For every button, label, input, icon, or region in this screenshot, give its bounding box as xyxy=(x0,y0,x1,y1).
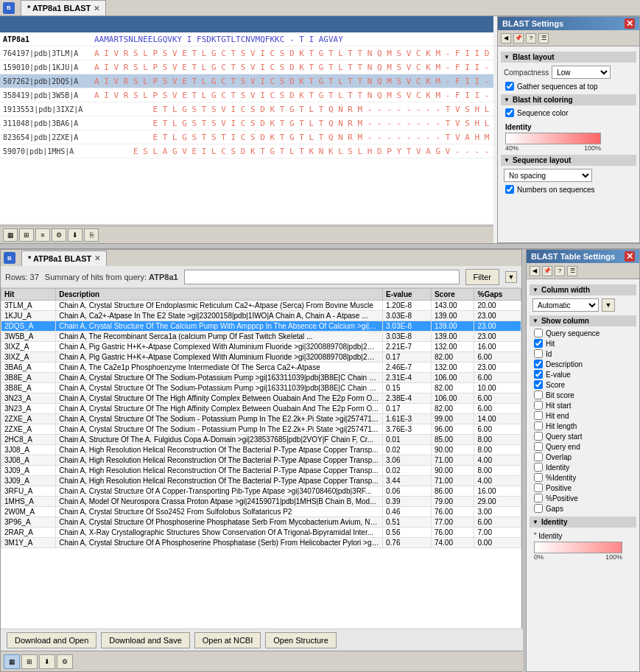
filter-button[interactable]: Filter xyxy=(465,269,499,285)
seq-row-2[interactable]: 159010|pdb|1KJU|A A I V R S L P S V E T … xyxy=(0,60,493,74)
seq-row-1[interactable]: 764197|pdb|3TLM|A A I V R S L P S V E T … xyxy=(0,46,493,60)
table-row[interactable]: 3B8E_A Chain A, Crystal Structure Of The… xyxy=(1,373,521,383)
settings-back-btn[interactable]: ◀ xyxy=(501,33,511,43)
col-checkbox-gaps[interactable] xyxy=(534,504,543,513)
download-open-button[interactable]: Download and Open xyxy=(7,632,96,648)
seq-row-5[interactable]: 1913553|pdb|3IXZ|A E T L G S T S V I C S… xyxy=(0,102,493,116)
col-checkbox-query-end[interactable] xyxy=(534,442,543,451)
blast-viewer-tab[interactable]: * ATP8a1 BLAST ✕ xyxy=(21,0,106,15)
seq-row-7[interactable]: 823654|pdb|2ZXE|A E T L G S T S T I C S … xyxy=(0,130,493,144)
table-row[interactable]: 3J09_A Chain A, High Resolution Helical … xyxy=(1,466,521,476)
sequence-color-checkbox[interactable] xyxy=(505,108,514,117)
table-row[interactable]: 3TLM_A Chain A, Crystal Structure Of End… xyxy=(1,301,521,311)
table-row[interactable]: 1MHS_A Chain A, Model Of Neurospora Cras… xyxy=(1,497,521,507)
col-checkbox-identity[interactable] xyxy=(534,463,543,472)
numbers-sequences-checkbox[interactable] xyxy=(505,185,514,194)
grid-icon-btn[interactable]: ⊞ xyxy=(21,654,38,669)
gather-sequences-checkbox[interactable] xyxy=(505,82,514,91)
seq-row-8[interactable]: 59070|pdb|1MHS|A E S L A G V E I L C S D… xyxy=(0,144,493,158)
table-view-icon-btn[interactable]: ▦ xyxy=(4,654,20,669)
sequence-layout-section[interactable]: ▼ Sequence layout xyxy=(501,155,636,166)
export-btn[interactable]: ⬇ xyxy=(68,228,82,242)
table-row[interactable]: 2DQS_A Chain A, Crystal Structure Of The… xyxy=(1,321,521,332)
table-row[interactable]: 3J08_A Chain A, High Resolution Helical … xyxy=(1,455,521,466)
table-scroll-area[interactable]: Hit Description E-value Score %Gaps 3TLM… xyxy=(1,288,521,627)
col-checkbox-positive[interactable] xyxy=(534,483,543,492)
col-hit[interactable]: Hit xyxy=(1,289,56,301)
download-save-button[interactable]: Download and Save xyxy=(101,632,189,648)
tab-close-icon[interactable]: ✕ xyxy=(94,4,99,13)
table-row[interactable]: 2RAR_A Chain A, X-Ray Crystallographic S… xyxy=(1,528,521,538)
ts-gradient-bar[interactable] xyxy=(534,542,622,553)
table-view-btn[interactable]: ▦ xyxy=(3,228,18,242)
export-icon-btn[interactable]: ⬇ xyxy=(39,654,55,669)
col-checkbox-hit-end[interactable] xyxy=(534,411,543,420)
col-checkbox-hit-start[interactable] xyxy=(534,401,543,410)
grid-btn[interactable]: ⊞ xyxy=(19,228,34,242)
settings-menu-btn[interactable]: ☰ xyxy=(538,33,549,43)
compactness-select[interactable]: Low Medium High xyxy=(552,66,611,79)
ts-menu-btn[interactable]: ☰ xyxy=(567,266,577,276)
table-collapse-btn[interactable]: ▼ xyxy=(505,271,517,283)
blast-hit-coloring-section[interactable]: ▼ Blast hit coloring xyxy=(501,94,636,105)
open-ncbi-button[interactable]: Open at NCBI xyxy=(194,632,261,648)
table-tab[interactable]: * ATP8a1 BLAST ✕ xyxy=(21,251,107,266)
table-row[interactable]: 3J09_A Chain A, High Resolution Helical … xyxy=(1,476,521,486)
table-row[interactable]: 3P96_A Chain A, Crystal Structure Of Pho… xyxy=(1,517,521,528)
col-checkbox-overlap[interactable] xyxy=(534,452,543,461)
col-width-select[interactable]: Automatic Fixed xyxy=(532,298,599,312)
table-row[interactable]: 3W5B_A Chain A, The Recombinant Serca1a … xyxy=(1,332,521,342)
table-row[interactable]: 2ZXE_A Chain A, Crystal Structure Of The… xyxy=(1,414,521,424)
col-checkbox-score[interactable] xyxy=(534,380,543,389)
col-checkbox-id[interactable] xyxy=(534,349,543,358)
sequence-row-query[interactable]: ATP8a1 AAMARTSNLNEELGQVKY I FSDKTGTLTCNV… xyxy=(0,32,493,46)
table-row[interactable]: 3M1Y_A Chain A, Crystal Structure Of A P… xyxy=(1,538,521,548)
table-row[interactable]: 3RFU_A Chain A, Crystal Structure Of A C… xyxy=(1,486,521,497)
seq-row-4[interactable]: 358419|pdb|3W5B|A A I V R S L P S V E T … xyxy=(0,88,493,102)
table-row[interactable]: 2W0M_A Chain A, Crystal Structure Of Sso… xyxy=(1,507,521,517)
col-checkbox-hit-length[interactable] xyxy=(534,421,543,430)
settings-btn[interactable]: ⚙ xyxy=(52,228,66,242)
col-description[interactable]: Description xyxy=(56,289,383,301)
align-btn[interactable]: ≡ xyxy=(35,228,50,242)
ts-back-btn[interactable]: ◀ xyxy=(530,266,540,276)
col-checkbox-hit[interactable] xyxy=(534,339,543,348)
table-tab-close[interactable]: ✕ xyxy=(94,254,100,262)
col-checkbox-bit-score[interactable] xyxy=(534,391,543,399)
table-row[interactable]: 2ZXE_A Chain A, Crystal Structure Of The… xyxy=(1,424,521,435)
table-row[interactable]: 3N23_A Chain A, Crystal Structure Of The… xyxy=(1,393,521,404)
col-checkbox-query-sequence[interactable] xyxy=(534,329,543,337)
splitter-bar[interactable] xyxy=(0,243,640,249)
table-row[interactable]: 3IXZ_A Chain A, Pig Gastric H+K+-Atpase … xyxy=(1,352,521,363)
show-column-section[interactable]: ▼ Show column xyxy=(530,315,636,326)
spacing-select[interactable]: No spacing Small Large xyxy=(504,169,592,182)
identity-gradient-bar[interactable] xyxy=(505,133,601,144)
settings-icon-btn[interactable]: ⚙ xyxy=(57,654,73,669)
blast-layout-section[interactable]: ▼ Blast layout xyxy=(501,52,636,63)
col-checkbox-description[interactable] xyxy=(534,360,543,368)
col-score[interactable]: Score xyxy=(431,289,474,301)
filter-input[interactable] xyxy=(184,270,460,284)
col-checkbox-query-start[interactable] xyxy=(534,432,543,441)
settings-help-btn[interactable]: ? xyxy=(526,33,536,43)
table-settings-close-btn[interactable]: ✕ xyxy=(625,251,635,262)
identity-section[interactable]: ▼ Identity xyxy=(530,517,636,528)
table-row[interactable]: 1KJU_A Chain A, Ca2+-Atpase In The E2 St… xyxy=(1,311,521,321)
col-width-btn[interactable]: ▼ xyxy=(602,298,615,312)
table-row[interactable]: 3J08_A Chain A, High Resolution Helical … xyxy=(1,445,521,455)
table-row[interactable]: 2HC8_A Chain A, Structure Of The A. Fulg… xyxy=(1,435,521,445)
column-width-section[interactable]: ▼ Column width xyxy=(530,284,636,295)
blast-settings-close-btn[interactable]: ✕ xyxy=(625,18,635,29)
copy-btn[interactable]: ⎘ xyxy=(84,228,99,242)
table-row[interactable]: 3IXZ_A Chain A, Pig Gastric H+K+-Atpase … xyxy=(1,342,521,352)
settings-pin-btn[interactable]: 📌 xyxy=(513,33,524,43)
table-row[interactable]: 3B8E_A Chain A, Crystal Structure Of The… xyxy=(1,383,521,393)
col-checkbox-%identity[interactable] xyxy=(534,473,543,482)
col-gaps[interactable]: %Gaps xyxy=(474,289,521,301)
seq-row-3-highlighted[interactable]: 507262|pdb|2DQS|A A I V R S L P S V E T … xyxy=(0,74,493,88)
col-evalue[interactable]: E-value xyxy=(382,289,431,301)
open-structure-button[interactable]: Open Structure xyxy=(265,632,337,648)
col-checkbox-%positive[interactable] xyxy=(534,494,543,503)
table-row[interactable]: 3BA6_A Chain A, The Ca2e1p Phosphoenzyme… xyxy=(1,363,521,373)
ts-pin-btn[interactable]: 📌 xyxy=(542,266,552,276)
